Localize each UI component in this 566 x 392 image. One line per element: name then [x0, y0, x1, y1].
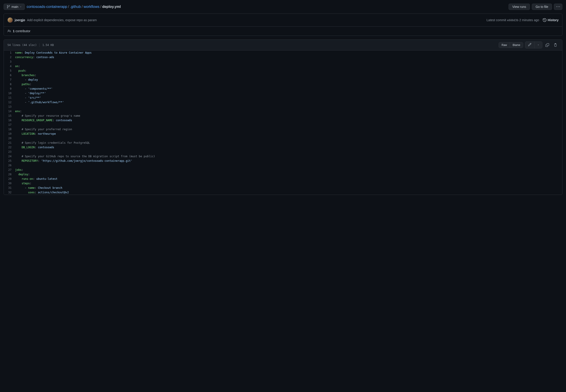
line-number[interactable]: 7 — [4, 78, 15, 82]
line-number[interactable]: 29 — [4, 177, 15, 181]
code-line: 15 # Specify your resource group's name — [4, 113, 562, 118]
line-number[interactable]: 9 — [4, 86, 15, 91]
file-actions: Raw Blame — [499, 42, 559, 48]
line-number[interactable]: 6 — [4, 73, 15, 78]
line-content: runs-on: ubuntu-latest — [15, 177, 57, 181]
trash-icon — [554, 43, 557, 47]
code-line: 28 deploy: — [4, 172, 562, 177]
breadcrumb-repo[interactable]: contosoads-containerapp — [27, 5, 67, 9]
line-content: REPOSITORY: 'https://github.com/joergjo/… — [15, 159, 132, 163]
right-actions: View runs Go to file — [509, 4, 562, 10]
code-line: 18 # Specify your preferred region — [4, 127, 562, 132]
line-number[interactable]: 18 — [4, 127, 15, 132]
line-content: - name: Checkout branch — [15, 186, 62, 190]
line-number[interactable]: 10 — [4, 91, 15, 96]
copy-icon — [546, 43, 549, 47]
copy-button[interactable] — [544, 42, 551, 48]
code-line: 10 - 'deploy/**' — [4, 91, 562, 96]
line-content: name: Deploy ContosoAds to Azure Contain… — [15, 50, 92, 55]
code-line: 3 — [4, 59, 562, 64]
line-number[interactable]: 30 — [4, 181, 15, 186]
line-number[interactable]: 28 — [4, 172, 15, 177]
code-line: 29 runs-on: ubuntu-latest — [4, 177, 562, 181]
edit-dropdown-button[interactable] — [534, 42, 542, 48]
code-line: 13 — [4, 105, 562, 109]
code-line: 1name: Deploy ContosoAds to Azure Contai… — [4, 50, 562, 55]
more-options-button[interactable] — [554, 4, 562, 10]
code-line: 5 push: — [4, 69, 562, 73]
line-number[interactable]: 12 — [4, 100, 15, 105]
breadcrumb: contosoads-containerapp / .github / work… — [27, 5, 121, 9]
breadcrumb-separator: / — [82, 5, 83, 9]
line-content: # Specify your resource group's name — [15, 113, 80, 118]
code-line: 27jobs: — [4, 168, 562, 172]
line-number[interactable]: 24 — [4, 154, 15, 159]
line-number[interactable]: 19 — [4, 132, 15, 136]
line-content: env: — [15, 109, 22, 113]
line-number[interactable]: 1 — [4, 50, 15, 55]
commit-message[interactable]: Add explicit dependencies, expose repo a… — [27, 18, 97, 22]
avatar[interactable] — [7, 17, 13, 23]
chevron-down-icon — [537, 44, 539, 46]
line-number[interactable]: 31 — [4, 186, 15, 190]
code-line: 21 # Specify login credentials for Postg… — [4, 140, 562, 145]
blame-button[interactable]: Blame — [510, 42, 523, 48]
line-number[interactable]: 27 — [4, 168, 15, 172]
contributors-label: contributor — [15, 29, 30, 33]
delete-button[interactable] — [552, 42, 559, 48]
line-number[interactable]: 25 — [4, 159, 15, 163]
line-number[interactable]: 20 — [4, 136, 15, 140]
line-number[interactable]: 3 — [4, 59, 15, 64]
commit-sha[interactable]: e688d3b — [507, 19, 518, 22]
file-lines: 54 lines (44 sloc) — [7, 43, 37, 47]
line-number[interactable]: 5 — [4, 69, 15, 73]
line-content: - deploy — [15, 78, 38, 82]
line-content: deploy: — [15, 172, 30, 177]
line-number[interactable]: 26 — [4, 163, 15, 168]
line-number[interactable]: 15 — [4, 113, 15, 118]
line-number[interactable]: 16 — [4, 118, 15, 123]
code-line: 12 - '.github/workflows/**' — [4, 100, 562, 105]
line-number[interactable]: 11 — [4, 96, 15, 100]
commit-author[interactable]: joergjo — [15, 18, 25, 22]
contributors-count: 1 — [13, 29, 15, 33]
history-link[interactable]: History — [543, 18, 559, 22]
line-number[interactable]: 2 — [4, 55, 15, 59]
line-number[interactable]: 21 — [4, 140, 15, 145]
line-content: uses: actions/checkout@v2 — [15, 190, 69, 195]
code-line: 6 branches: — [4, 73, 562, 78]
go-to-file-button[interactable]: Go to file — [532, 4, 552, 10]
history-label: History — [548, 18, 559, 22]
line-number[interactable]: 4 — [4, 64, 15, 69]
commit-time: 2 minutes ago — [519, 18, 539, 22]
raw-button[interactable]: Raw — [499, 42, 510, 48]
line-number[interactable]: 22 — [4, 145, 15, 150]
latest-commit-label: Latest commit — [486, 18, 506, 22]
line-content: DB_LOGIN: contosoads — [15, 145, 54, 150]
view-runs-button[interactable]: View runs — [509, 4, 530, 10]
line-content: on: — [15, 64, 20, 69]
breadcrumb-separator: / — [68, 5, 69, 9]
line-number[interactable]: 14 — [4, 109, 15, 113]
edit-button[interactable] — [525, 42, 534, 48]
breadcrumb-part-1[interactable]: workflows — [84, 5, 99, 9]
chevron-down-icon — [20, 6, 22, 8]
file-header: 54 lines (44 sloc) 1.54 KB Raw Blame — [4, 40, 562, 50]
line-content: paths: — [15, 82, 31, 86]
line-number[interactable]: 8 — [4, 82, 15, 86]
breadcrumb-separator: / — [100, 5, 101, 9]
line-content: steps: — [15, 181, 31, 186]
line-number[interactable]: 17 — [4, 123, 15, 127]
line-content: jobs: — [15, 168, 23, 172]
line-content: # Specify login credentials for PostgreS… — [15, 140, 90, 145]
line-number[interactable]: 32 — [4, 190, 15, 195]
raw-blame-group: Raw Blame — [499, 42, 523, 48]
branch-selector[interactable]: main — [4, 4, 25, 10]
line-number[interactable]: 13 — [4, 105, 15, 109]
contributors-text[interactable]: 1 contributor — [13, 29, 30, 33]
history-icon — [543, 18, 546, 22]
line-content: push: — [15, 69, 27, 73]
line-number[interactable]: 23 — [4, 150, 15, 154]
line-content: - '.github/workflows/**' — [15, 100, 64, 105]
breadcrumb-part-0[interactable]: .github — [70, 5, 81, 9]
